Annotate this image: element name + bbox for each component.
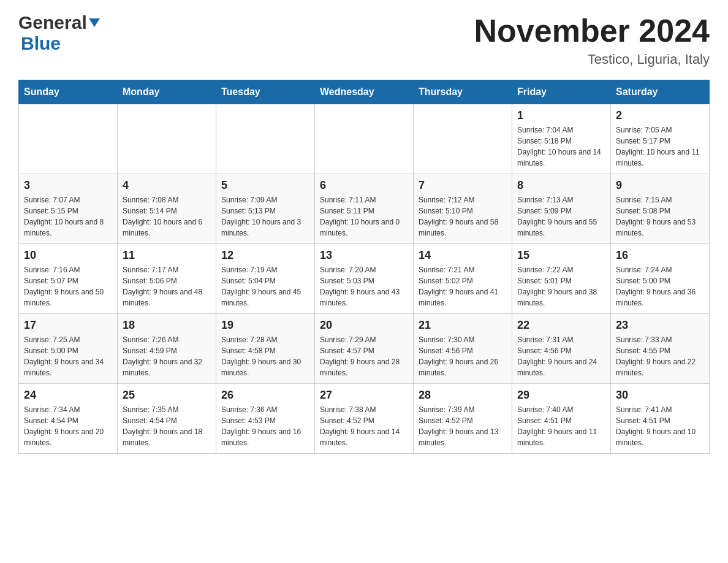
svg-marker-0 (89, 18, 100, 27)
calendar-cell (315, 104, 414, 174)
calendar-cell (414, 104, 512, 174)
day-number: 5 (221, 179, 309, 192)
calendar-cell: 12Sunrise: 7:19 AMSunset: 5:04 PMDayligh… (216, 244, 315, 314)
day-number: 13 (320, 249, 408, 262)
day-info: Sunrise: 7:17 AMSunset: 5:06 PMDaylight:… (123, 264, 211, 308)
day-info: Sunrise: 7:31 AMSunset: 4:56 PMDaylight:… (517, 334, 605, 378)
calendar-cell: 18Sunrise: 7:26 AMSunset: 4:59 PMDayligh… (118, 314, 216, 384)
day-info: Sunrise: 7:24 AMSunset: 5:00 PMDaylight:… (616, 264, 704, 308)
day-info: Sunrise: 7:22 AMSunset: 5:01 PMDaylight:… (517, 264, 605, 308)
day-number: 4 (123, 179, 211, 192)
weekday-header-friday: Friday (512, 80, 611, 104)
weekday-header-wednesday: Wednesday (315, 80, 414, 104)
calendar-week-1: 1Sunrise: 7:04 AMSunset: 5:18 PMDaylight… (19, 104, 710, 174)
day-info: Sunrise: 7:19 AMSunset: 5:04 PMDaylight:… (221, 264, 309, 308)
day-info: Sunrise: 7:20 AMSunset: 5:03 PMDaylight:… (320, 264, 408, 308)
logo-blue-text: Blue (21, 33, 61, 53)
day-info: Sunrise: 7:33 AMSunset: 4:55 PMDaylight:… (616, 334, 704, 378)
day-info: Sunrise: 7:38 AMSunset: 4:52 PMDaylight:… (320, 404, 408, 448)
day-number: 12 (221, 249, 309, 262)
day-info: Sunrise: 7:11 AMSunset: 5:11 PMDaylight:… (320, 194, 408, 239)
day-info: Sunrise: 7:29 AMSunset: 4:57 PMDaylight:… (320, 334, 408, 378)
weekday-header-tuesday: Tuesday (216, 80, 315, 104)
day-number: 19 (221, 319, 309, 332)
calendar-cell: 14Sunrise: 7:21 AMSunset: 5:02 PMDayligh… (414, 244, 512, 314)
day-number: 22 (517, 319, 605, 332)
day-number: 2 (616, 109, 704, 122)
day-info: Sunrise: 7:41 AMSunset: 4:51 PMDaylight:… (616, 404, 704, 448)
weekday-header-saturday: Saturday (611, 80, 710, 104)
day-number: 11 (123, 249, 211, 262)
day-number: 15 (517, 249, 605, 262)
day-info: Sunrise: 7:13 AMSunset: 5:09 PMDaylight:… (517, 194, 605, 239)
calendar-cell: 3Sunrise: 7:07 AMSunset: 5:15 PMDaylight… (19, 174, 118, 244)
calendar-cell: 2Sunrise: 7:05 AMSunset: 5:17 PMDaylight… (611, 104, 710, 174)
calendar-cell: 10Sunrise: 7:16 AMSunset: 5:07 PMDayligh… (19, 244, 118, 314)
month-year-title: November 2024 (474, 12, 710, 49)
day-info: Sunrise: 7:25 AMSunset: 5:00 PMDaylight:… (24, 334, 112, 378)
calendar-cell: 5Sunrise: 7:09 AMSunset: 5:13 PMDaylight… (216, 174, 315, 244)
calendar-week-4: 17Sunrise: 7:25 AMSunset: 5:00 PMDayligh… (19, 314, 710, 384)
day-info: Sunrise: 7:36 AMSunset: 4:53 PMDaylight:… (221, 404, 309, 448)
day-info: Sunrise: 7:15 AMSunset: 5:08 PMDaylight:… (616, 194, 704, 239)
day-number: 23 (616, 319, 704, 332)
weekday-header-row: SundayMondayTuesdayWednesdayThursdayFrid… (19, 80, 710, 104)
day-number: 8 (517, 179, 605, 192)
calendar-cell: 15Sunrise: 7:22 AMSunset: 5:01 PMDayligh… (512, 244, 611, 314)
day-info: Sunrise: 7:30 AMSunset: 4:56 PMDaylight:… (419, 334, 507, 378)
day-info: Sunrise: 7:16 AMSunset: 5:07 PMDaylight:… (24, 264, 112, 308)
day-number: 25 (123, 389, 211, 402)
day-number: 29 (517, 389, 605, 402)
logo: General Blue (18, 12, 100, 54)
calendar-cell: 21Sunrise: 7:30 AMSunset: 4:56 PMDayligh… (414, 314, 512, 384)
day-number: 26 (221, 389, 309, 402)
day-info: Sunrise: 7:04 AMSunset: 5:18 PMDaylight:… (517, 124, 605, 169)
calendar-cell: 23Sunrise: 7:33 AMSunset: 4:55 PMDayligh… (611, 314, 710, 384)
day-info: Sunrise: 7:07 AMSunset: 5:15 PMDaylight:… (24, 194, 112, 239)
calendar-cell: 9Sunrise: 7:15 AMSunset: 5:08 PMDaylight… (611, 174, 710, 244)
day-number: 18 (123, 319, 211, 332)
day-number: 17 (24, 319, 112, 332)
day-number: 24 (24, 389, 112, 402)
calendar-cell: 7Sunrise: 7:12 AMSunset: 5:10 PMDaylight… (414, 174, 512, 244)
day-number: 16 (616, 249, 704, 262)
day-number: 27 (320, 389, 408, 402)
day-number: 3 (24, 179, 112, 192)
day-info: Sunrise: 7:09 AMSunset: 5:13 PMDaylight:… (221, 194, 309, 239)
day-number: 6 (320, 179, 408, 192)
calendar-cell: 19Sunrise: 7:28 AMSunset: 4:58 PMDayligh… (216, 314, 315, 384)
day-info: Sunrise: 7:05 AMSunset: 5:17 PMDaylight:… (616, 124, 704, 169)
day-number: 7 (419, 179, 507, 192)
day-number: 21 (419, 319, 507, 332)
logo-triangle-icon (89, 18, 100, 29)
calendar-cell (118, 104, 216, 174)
calendar-cell: 29Sunrise: 7:40 AMSunset: 4:51 PMDayligh… (512, 384, 611, 454)
day-number: 30 (616, 389, 704, 402)
day-info: Sunrise: 7:34 AMSunset: 4:54 PMDaylight:… (24, 404, 112, 448)
calendar-week-2: 3Sunrise: 7:07 AMSunset: 5:15 PMDaylight… (19, 174, 710, 244)
day-number: 10 (24, 249, 112, 262)
calendar-cell: 13Sunrise: 7:20 AMSunset: 5:03 PMDayligh… (315, 244, 414, 314)
calendar-cell (216, 104, 315, 174)
calendar-cell: 16Sunrise: 7:24 AMSunset: 5:00 PMDayligh… (611, 244, 710, 314)
calendar-cell: 20Sunrise: 7:29 AMSunset: 4:57 PMDayligh… (315, 314, 414, 384)
day-info: Sunrise: 7:40 AMSunset: 4:51 PMDaylight:… (517, 404, 605, 448)
day-info: Sunrise: 7:26 AMSunset: 4:59 PMDaylight:… (123, 334, 211, 378)
location-subtitle: Testico, Liguria, Italy (474, 52, 710, 67)
calendar-cell: 28Sunrise: 7:39 AMSunset: 4:52 PMDayligh… (414, 384, 512, 454)
calendar-cell: 24Sunrise: 7:34 AMSunset: 4:54 PMDayligh… (19, 384, 118, 454)
calendar-cell: 4Sunrise: 7:08 AMSunset: 5:14 PMDaylight… (118, 174, 216, 244)
page-header: General Blue November 2024 Testico, Ligu… (18, 12, 710, 67)
day-info: Sunrise: 7:28 AMSunset: 4:58 PMDaylight:… (221, 334, 309, 378)
weekday-header-thursday: Thursday (414, 80, 512, 104)
calendar-cell: 6Sunrise: 7:11 AMSunset: 5:11 PMDaylight… (315, 174, 414, 244)
title-block: November 2024 Testico, Liguria, Italy (474, 12, 710, 67)
calendar-week-5: 24Sunrise: 7:34 AMSunset: 4:54 PMDayligh… (19, 384, 710, 454)
calendar-cell: 26Sunrise: 7:36 AMSunset: 4:53 PMDayligh… (216, 384, 315, 454)
day-number: 1 (517, 109, 605, 122)
calendar-cell: 27Sunrise: 7:38 AMSunset: 4:52 PMDayligh… (315, 384, 414, 454)
calendar-cell: 1Sunrise: 7:04 AMSunset: 5:18 PMDaylight… (512, 104, 611, 174)
day-info: Sunrise: 7:35 AMSunset: 4:54 PMDaylight:… (123, 404, 211, 448)
day-info: Sunrise: 7:08 AMSunset: 5:14 PMDaylight:… (123, 194, 211, 239)
day-number: 20 (320, 319, 408, 332)
